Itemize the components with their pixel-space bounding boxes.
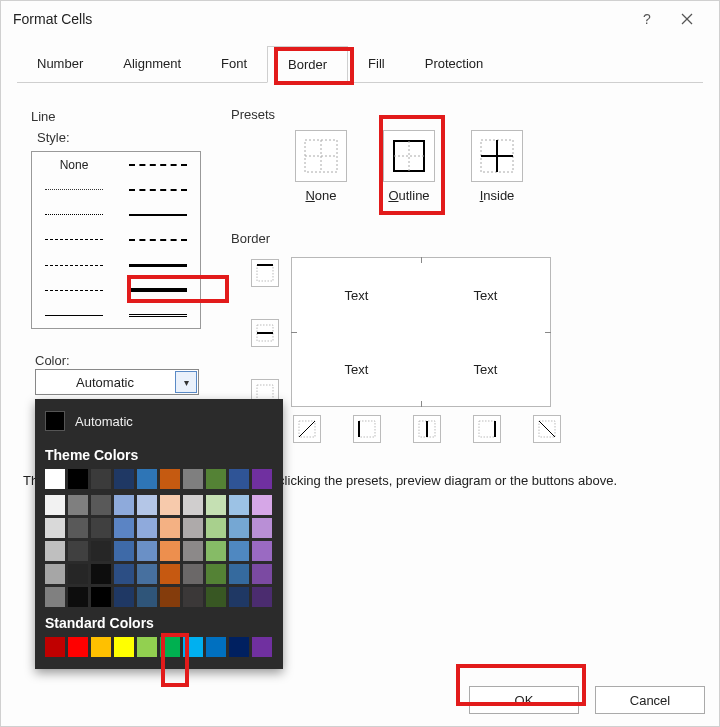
color-swatch[interactable]: [183, 541, 203, 561]
line-style-item[interactable]: [32, 278, 116, 303]
border-preview[interactable]: Text Text Text Text: [291, 257, 551, 407]
color-swatch[interactable]: [114, 495, 134, 515]
close-button[interactable]: [667, 4, 707, 34]
color-swatch[interactable]: [160, 564, 180, 584]
color-swatch[interactable]: [160, 587, 180, 607]
ok-button[interactable]: OK: [469, 686, 579, 714]
line-style-item[interactable]: [116, 202, 200, 227]
color-swatch[interactable]: [160, 541, 180, 561]
color-swatch[interactable]: [114, 637, 134, 657]
color-swatch[interactable]: [137, 469, 157, 489]
tab-font[interactable]: Font: [201, 46, 267, 83]
color-swatch[interactable]: [252, 541, 272, 561]
line-style-item[interactable]: [32, 227, 116, 252]
color-swatch[interactable]: [252, 469, 272, 489]
color-swatch[interactable]: [252, 518, 272, 538]
color-swatch[interactable]: [91, 541, 111, 561]
line-style-item[interactable]: [116, 227, 200, 252]
color-swatch[interactable]: [229, 541, 249, 561]
tab-alignment[interactable]: Alignment: [103, 46, 201, 83]
preset-none[interactable]: None: [295, 130, 347, 203]
color-swatch[interactable]: [252, 637, 272, 657]
color-swatch[interactable]: [68, 587, 88, 607]
color-swatch[interactable]: [160, 495, 180, 515]
color-swatch[interactable]: [68, 564, 88, 584]
color-swatch[interactable]: [229, 518, 249, 538]
help-button[interactable]: ?: [627, 4, 667, 34]
color-swatch[interactable]: [114, 564, 134, 584]
line-style-item[interactable]: [116, 303, 200, 328]
color-swatch[interactable]: [183, 587, 203, 607]
tab-protection[interactable]: Protection: [405, 46, 504, 83]
cancel-button[interactable]: Cancel: [595, 686, 705, 714]
color-swatch[interactable]: [68, 469, 88, 489]
color-dropdown[interactable]: Automatic ▾: [35, 369, 199, 395]
color-swatch[interactable]: [183, 469, 203, 489]
color-swatch[interactable]: [91, 469, 111, 489]
color-swatch[interactable]: [45, 541, 65, 561]
border-diag-up-button[interactable]: [293, 415, 321, 443]
color-swatch[interactable]: [229, 495, 249, 515]
color-swatch[interactable]: [229, 637, 249, 657]
tab-border[interactable]: Border: [267, 46, 348, 83]
preset-inside[interactable]: Inside: [471, 130, 523, 203]
line-style-item[interactable]: [32, 253, 116, 278]
line-style-item[interactable]: [116, 278, 200, 303]
color-swatch[interactable]: [45, 637, 65, 657]
color-swatch[interactable]: [160, 637, 180, 657]
color-swatch[interactable]: [114, 541, 134, 561]
color-swatch[interactable]: [91, 637, 111, 657]
color-swatch[interactable]: [229, 587, 249, 607]
color-swatch[interactable]: [68, 518, 88, 538]
color-swatch[interactable]: [160, 469, 180, 489]
color-automatic-option[interactable]: Automatic: [45, 407, 273, 439]
color-swatch[interactable]: [183, 564, 203, 584]
line-style-item[interactable]: [32, 177, 116, 202]
color-swatch[interactable]: [45, 564, 65, 584]
color-swatch[interactable]: [137, 637, 157, 657]
color-swatch[interactable]: [183, 518, 203, 538]
color-swatch[interactable]: [114, 469, 134, 489]
color-swatch[interactable]: [137, 564, 157, 584]
color-swatch[interactable]: [183, 495, 203, 515]
color-swatch[interactable]: [91, 518, 111, 538]
color-swatch[interactable]: [68, 495, 88, 515]
tab-number[interactable]: Number: [17, 46, 103, 83]
color-swatch[interactable]: [68, 637, 88, 657]
color-swatch[interactable]: [91, 495, 111, 515]
color-swatch[interactable]: [206, 541, 226, 561]
color-swatch[interactable]: [206, 637, 226, 657]
border-hmid-button[interactable]: [251, 319, 279, 347]
color-swatch[interactable]: [229, 469, 249, 489]
color-swatch[interactable]: [160, 518, 180, 538]
color-swatch[interactable]: [206, 469, 226, 489]
color-swatch[interactable]: [68, 541, 88, 561]
border-vmid-button[interactable]: [413, 415, 441, 443]
color-swatch[interactable]: [206, 587, 226, 607]
tab-fill[interactable]: Fill: [348, 46, 405, 83]
color-swatch[interactable]: [206, 495, 226, 515]
border-left-button[interactable]: [353, 415, 381, 443]
border-diag-down-button[interactable]: [533, 415, 561, 443]
color-swatch[interactable]: [206, 518, 226, 538]
line-style-none[interactable]: None: [32, 152, 116, 177]
color-swatch[interactable]: [137, 518, 157, 538]
color-swatch[interactable]: [252, 564, 272, 584]
color-swatch[interactable]: [114, 587, 134, 607]
line-style-item[interactable]: [32, 303, 116, 328]
color-swatch[interactable]: [137, 495, 157, 515]
color-swatch[interactable]: [252, 587, 272, 607]
color-swatch[interactable]: [183, 637, 203, 657]
preset-outline[interactable]: Outline: [383, 130, 435, 203]
color-swatch[interactable]: [137, 587, 157, 607]
color-swatch[interactable]: [91, 564, 111, 584]
line-style-list[interactable]: None: [31, 151, 201, 329]
color-swatch[interactable]: [229, 564, 249, 584]
color-swatch[interactable]: [45, 469, 65, 489]
color-swatch[interactable]: [206, 564, 226, 584]
border-right-button[interactable]: [473, 415, 501, 443]
color-swatch[interactable]: [45, 518, 65, 538]
line-style-item[interactable]: [116, 177, 200, 202]
color-swatch[interactable]: [45, 587, 65, 607]
color-swatch[interactable]: [114, 518, 134, 538]
